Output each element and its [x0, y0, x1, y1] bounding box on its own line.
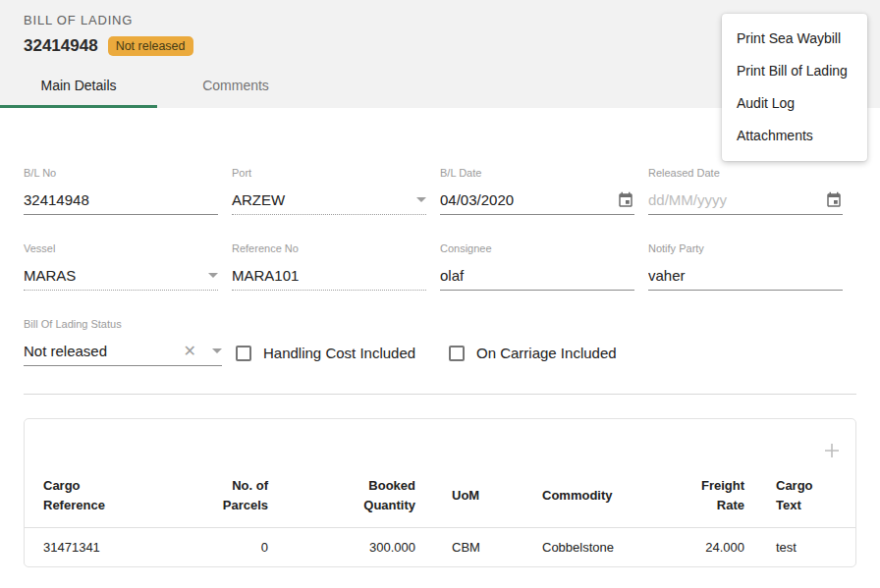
reference-no-label: Reference No — [232, 242, 426, 255]
cargo-card-toolbar — [25, 419, 855, 470]
released-date-label: Released Date — [648, 167, 843, 180]
cargo-lines-card: Cargo Reference No. of Parcels Booked Qu… — [24, 418, 856, 567]
port-select[interactable]: ARZEW — [232, 186, 426, 215]
menu-item-attachments[interactable]: Attachments — [722, 120, 867, 152]
clear-icon[interactable]: ✕ — [184, 344, 196, 359]
released-date-input[interactable] — [648, 191, 825, 208]
field-released-date: Released Date — [648, 167, 843, 215]
menu-item-print-sea-waybill[interactable]: Print Sea Waybill — [722, 23, 867, 55]
consignee-label: Consignee — [440, 242, 634, 255]
vessel-select[interactable]: MARAS — [24, 261, 218, 291]
bl-status-value: Not released — [24, 343, 184, 359]
on-carriage-label: On Carriage Included — [476, 345, 617, 361]
section-divider — [24, 394, 856, 395]
col-cargo-text: Cargo Text — [752, 470, 855, 528]
bl-status-label: Bill Of Lading Status — [24, 318, 222, 331]
tab-main-details[interactable]: Main Details — [0, 65, 157, 108]
col-commodity: Commodity — [534, 470, 662, 528]
reference-no-input[interactable] — [232, 267, 426, 284]
bl-status-select[interactable]: Not released ✕ — [24, 337, 222, 366]
consignee-input[interactable] — [440, 267, 634, 284]
port-value: ARZEW — [232, 191, 411, 208]
calendar-icon[interactable] — [825, 191, 843, 209]
cell-cargo-reference: 31471341 — [25, 528, 211, 567]
cell-no-of-parcels: 0 — [211, 528, 276, 567]
menu-item-print-bill-of-lading[interactable]: Print Bill of Lading — [722, 55, 867, 87]
plus-icon — [822, 441, 842, 460]
notify-party-input[interactable] — [648, 267, 843, 284]
handling-cost-checkbox-item[interactable]: Handling Cost Included — [236, 340, 449, 366]
on-carriage-checkbox-item[interactable]: On Carriage Included — [449, 340, 662, 366]
field-bl-date: B/L Date — [440, 167, 634, 215]
actions-menu: Print Sea Waybill Print Bill of Lading A… — [722, 14, 867, 161]
field-port: Port ARZEW — [232, 167, 426, 215]
vessel-label: Vessel — [24, 242, 218, 255]
cargo-table-header-row: Cargo Reference No. of Parcels Booked Qu… — [25, 470, 855, 528]
field-notify-party: Notify Party — [648, 242, 843, 291]
tab-comments[interactable]: Comments — [157, 65, 314, 108]
cell-commodity: Cobbelstone — [534, 528, 662, 567]
field-vessel: Vessel MARAS — [24, 242, 218, 291]
bl-date-label: B/L Date — [440, 167, 634, 180]
field-bl-no: B/L No — [24, 167, 218, 215]
vessel-value: MARAS — [24, 267, 202, 284]
col-cargo-reference: Cargo Reference — [25, 470, 211, 528]
document-number: 32414948 — [24, 36, 98, 56]
chevron-down-icon[interactable] — [416, 197, 426, 202]
field-consignee: Consignee — [440, 242, 634, 291]
on-carriage-checkbox[interactable] — [449, 346, 465, 361]
col-uom: UoM — [423, 470, 534, 528]
cargo-table: Cargo Reference No. of Parcels Booked Qu… — [25, 470, 855, 566]
col-booked-quantity: Booked Quantity — [276, 470, 423, 528]
field-bl-status: Bill Of Lading Status Not released ✕ — [24, 318, 222, 366]
cargo-table-row[interactable]: 31471341 0 300.000 CBM Cobbelstone 24.00… — [25, 528, 855, 567]
cell-cargo-text: test — [752, 528, 855, 567]
chevron-down-icon[interactable] — [208, 273, 218, 278]
handling-cost-checkbox[interactable] — [236, 346, 251, 361]
bl-date-input[interactable] — [440, 191, 617, 208]
chevron-down-icon[interactable] — [212, 348, 222, 353]
handling-cost-label: Handling Cost Included — [263, 345, 415, 361]
cell-freight-rate: 24.000 — [662, 528, 752, 567]
status-badge: Not released — [108, 36, 193, 56]
port-label: Port — [232, 167, 426, 180]
tab-bar: Main Details Comments — [0, 65, 314, 108]
bl-no-input[interactable] — [24, 191, 218, 208]
tab-comments-label: Comments — [202, 78, 269, 93]
add-cargo-button[interactable] — [822, 441, 842, 460]
bl-no-label: B/L No — [24, 167, 218, 180]
tab-main-details-label: Main Details — [40, 78, 116, 93]
col-no-of-parcels: No. of Parcels — [211, 470, 276, 528]
field-reference-no: Reference No — [232, 242, 426, 291]
cell-booked-quantity: 300.000 — [276, 528, 423, 567]
menu-item-audit-log[interactable]: Audit Log — [722, 87, 867, 120]
notify-party-label: Notify Party — [648, 242, 843, 255]
col-freight-rate: Freight Rate — [662, 470, 752, 528]
calendar-icon[interactable] — [617, 191, 634, 209]
cell-uom: CBM — [423, 528, 534, 567]
